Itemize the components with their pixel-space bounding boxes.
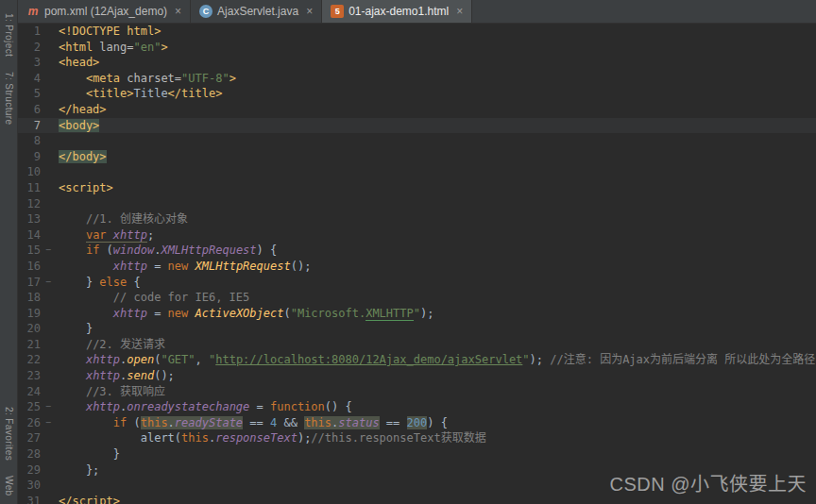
fold-spacer: [43, 321, 59, 337]
line-number: 18: [18, 290, 43, 306]
fold-icon[interactable]: −: [43, 243, 59, 259]
code-text: xhttp.onreadystatechange = function() {: [59, 399, 352, 415]
code-line: 1<!DOCTYPE html>: [18, 24, 816, 40]
editor-tab-bar: mpom.xml (12Ajax_demo)×CAjaxServlet.java…: [18, 0, 816, 24]
tool-stripe-item[interactable]: 2: Favorites: [4, 407, 14, 461]
gutter: 17−: [18, 275, 59, 291]
fold-spacer: [43, 24, 59, 40]
line-number: 1: [18, 24, 43, 40]
tab-close-icon[interactable]: ×: [175, 6, 181, 17]
code-line: 26− if (this.readyState == 4 && this.sta…: [18, 415, 816, 431]
editor-tab[interactable]: mpom.xml (12Ajax_demo)×: [18, 0, 191, 23]
fold-icon[interactable]: −: [43, 399, 59, 415]
code-line: 8: [18, 133, 816, 149]
code-editor[interactable]: 1<!DOCTYPE html>2<html lang="en">3<head>…: [18, 24, 816, 504]
code-text: // code for IE6, IE5: [59, 290, 249, 306]
code-text: alert(this.responseText);//this.response…: [59, 430, 486, 446]
gutter: 30: [18, 478, 59, 494]
fold-spacer: [43, 259, 59, 275]
fold-spacer: [43, 352, 59, 368]
editor-tab[interactable]: CAjaxServlet.java×: [191, 0, 322, 23]
code-text: //2. 发送请求: [59, 337, 165, 353]
code-line: 20 }: [18, 321, 816, 337]
code-line: 23 xhttp.send();: [18, 368, 816, 384]
fold-spacer: [43, 494, 59, 504]
fold-spacer: [43, 462, 59, 479]
gutter: 20: [18, 321, 59, 337]
fold-spacer: [43, 149, 59, 165]
code-text: <script>: [59, 180, 113, 196]
fold-spacer: [43, 306, 59, 322]
line-number: 6: [18, 102, 43, 118]
tool-stripe-item[interactable]: 1: Project: [4, 13, 14, 57]
code-text: <!DOCTYPE html>: [59, 24, 161, 40]
line-number: 27: [18, 430, 43, 446]
code-line: 5 <title>Title</title>: [18, 86, 816, 102]
code-text: </head>: [59, 102, 107, 118]
gutter: 16: [18, 259, 59, 275]
line-number: 16: [18, 259, 43, 275]
line-number: 7: [18, 118, 43, 134]
code-line: 4 <meta charset="UTF-8">: [18, 71, 816, 87]
gutter: 13: [18, 211, 59, 227]
code-text: var xhttp;: [59, 227, 154, 244]
tool-stripe-item[interactable]: Web: [4, 476, 14, 496]
code-text: //3. 获取响应: [59, 384, 165, 400]
fold-spacer: [43, 118, 59, 134]
code-text: }: [59, 321, 93, 337]
gutter: 15−: [18, 243, 59, 259]
code-line: 18 // code for IE6, IE5: [18, 290, 816, 306]
code-line: 25− xhttp.onreadystatechange = function(…: [18, 399, 816, 415]
fold-spacer: [43, 196, 59, 212]
code-line: 21 //2. 发送请求: [18, 337, 816, 353]
gutter: 6: [18, 102, 59, 118]
code-text: }: [59, 446, 120, 462]
line-number: 15: [18, 243, 43, 259]
code-line: 14 var xhttp;: [18, 227, 816, 244]
code-line: 3<head>: [18, 55, 816, 71]
gutter: 8: [18, 133, 59, 149]
gutter: 11: [18, 180, 59, 196]
tab-close-icon[interactable]: ×: [456, 6, 463, 17]
tool-stripe-item[interactable]: 7: Structure: [4, 72, 14, 126]
line-number: 4: [18, 71, 43, 87]
fold-icon[interactable]: −: [43, 415, 59, 431]
tab-close-icon[interactable]: ×: [306, 6, 313, 17]
fold-spacer: [43, 446, 59, 462]
gutter: 28: [18, 446, 59, 462]
fold-spacer: [43, 164, 59, 180]
gutter: 4: [18, 71, 59, 87]
gutter: 29: [18, 462, 59, 479]
line-number: 3: [18, 55, 43, 71]
code-text: <meta charset="UTF-8">: [59, 71, 236, 87]
maven-file-icon: m: [26, 5, 40, 18]
line-number: 11: [18, 180, 43, 196]
fold-spacer: [43, 86, 59, 102]
gutter: 7: [18, 118, 59, 134]
code-text: <body>: [59, 118, 99, 134]
gutter: 12: [18, 196, 59, 212]
code-text: </script>: [59, 494, 120, 504]
fold-spacer: [43, 71, 59, 87]
code-line: 13 //1. 创建核心对象: [18, 211, 816, 227]
code-line: 22 xhttp.open("GET", "http://localhost:8…: [18, 352, 816, 368]
fold-icon[interactable]: −: [43, 275, 59, 291]
gutter: 31: [18, 494, 59, 504]
line-number: 5: [18, 86, 43, 102]
line-number: 28: [18, 446, 43, 462]
gutter: 19: [18, 306, 59, 322]
line-number: 9: [18, 149, 43, 165]
line-number: 25: [18, 399, 43, 415]
gutter: 10: [18, 164, 59, 180]
fold-spacer: [43, 102, 59, 118]
code-line: 17− } else {: [18, 275, 816, 291]
watermark: CSDN @小飞侠要上天: [609, 469, 807, 496]
editor-tab[interactable]: 501-ajax-demo1.html×: [322, 0, 472, 23]
gutter: 5: [18, 86, 59, 102]
fold-spacer: [43, 55, 59, 71]
code-line: 7<body>: [18, 118, 816, 134]
fold-spacer: [43, 180, 59, 196]
code-line: 24 //3. 获取响应: [18, 384, 816, 400]
gutter: 18: [18, 290, 59, 306]
line-number: 24: [18, 384, 43, 400]
